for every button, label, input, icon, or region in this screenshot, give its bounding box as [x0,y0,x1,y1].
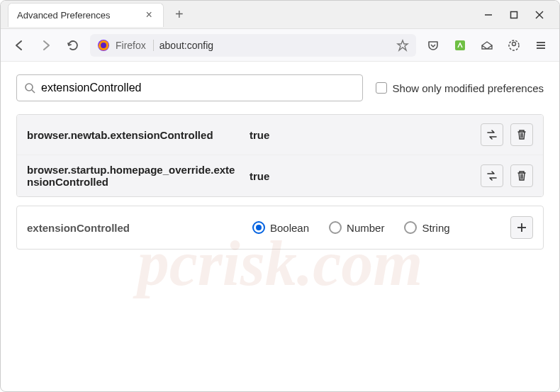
svg-rect-1 [511,11,517,18]
url-text: about:config [159,40,391,51]
close-window-button[interactable] [534,9,545,21]
radio-label: Boolean [270,222,309,234]
url-bar[interactable]: Firefox about:config [90,34,416,57]
content-area: Show only modified preferences browser.n… [1,62,559,262]
type-radio-group: Boolean Number String [252,221,498,234]
svg-point-8 [513,42,516,45]
minimize-button[interactable] [483,9,494,21]
radio-icon [252,221,265,234]
new-preference-name: extensionControlled [27,222,240,234]
new-preference-row: extensionControlled Boolean Number Strin… [16,206,544,250]
account-icon[interactable] [504,35,524,55]
mail-icon[interactable] [477,35,497,55]
preference-list: browser.newtab.extensionControlled true … [16,114,544,197]
new-tab-button[interactable]: + [169,4,189,26]
svg-point-5 [101,43,106,48]
url-identity: Firefox [116,40,154,51]
browser-tab[interactable]: Advanced Preferences × [8,3,164,27]
search-box[interactable] [16,74,363,101]
bookmark-star-icon[interactable] [396,39,409,52]
preference-row: browser.newtab.extensionControlled true [17,115,543,155]
toggle-button[interactable] [481,164,503,187]
firefox-logo-icon [97,39,110,52]
radio-number[interactable]: Number [329,221,384,234]
delete-button[interactable] [510,164,533,187]
preference-name: browser.startup.homepage_override.extens… [27,164,240,188]
reload-button[interactable] [63,35,83,55]
pocket-icon[interactable] [423,35,443,55]
preference-name: browser.newtab.extensionControlled [27,129,240,141]
maximize-button[interactable] [508,9,520,21]
checkbox-label: Show only modified preferences [393,82,544,94]
preference-row: browser.startup.homepage_override.extens… [17,155,543,196]
toggle-button[interactable] [481,123,503,146]
radio-icon [404,221,417,234]
radio-label: Number [347,222,384,234]
forward-button[interactable] [36,35,56,55]
svg-line-13 [32,90,35,93]
radio-string[interactable]: String [404,221,449,234]
checkbox-icon[interactable] [376,82,387,94]
delete-button[interactable] [510,123,533,146]
radio-boolean[interactable]: Boolean [252,221,309,234]
add-button[interactable] [510,216,533,239]
radio-label: String [422,222,449,234]
toolbar: Firefox about:config [1,29,559,62]
menu-button[interactable] [531,35,551,55]
preference-value: true [250,170,471,182]
svg-point-12 [26,84,33,91]
extension-icon[interactable] [450,35,470,55]
preference-value: true [250,129,471,141]
search-icon [24,82,35,94]
search-input[interactable] [41,82,355,94]
show-modified-checkbox-row[interactable]: Show only modified preferences [376,82,544,94]
svg-rect-6 [455,40,465,50]
titlebar: Advanced Preferences × + [1,1,559,29]
close-tab-icon[interactable]: × [146,9,152,21]
radio-icon [329,221,342,234]
tab-title: Advanced Preferences [17,10,111,21]
back-button[interactable] [9,35,29,55]
